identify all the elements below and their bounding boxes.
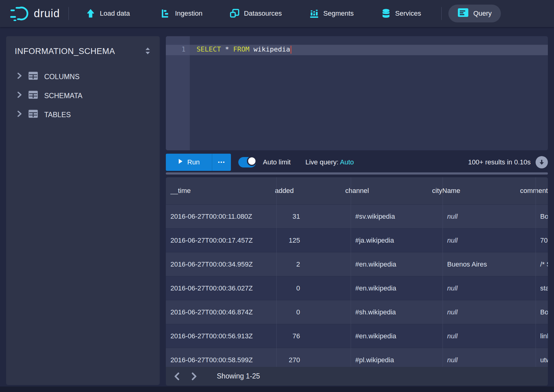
column-header-comment[interactable]: comment xyxy=(516,177,548,204)
query-icon xyxy=(458,8,469,19)
table-row[interactable]: 2016-06-27T00:00:34.959Z 2 #en.wikipedia… xyxy=(166,252,548,276)
cell-comment: Bot xyxy=(536,300,548,324)
download-button[interactable] xyxy=(536,156,548,168)
more-dots-icon: ••• xyxy=(218,159,225,165)
cell-comment: /* S xyxy=(536,252,548,276)
nav-items: Load data Ingestion xyxy=(69,0,430,27)
druid-logo-icon xyxy=(10,6,29,21)
upload-icon xyxy=(86,9,95,18)
column-header-time[interactable]: __time xyxy=(166,177,270,204)
schema-tree: COLUMNS SCHEMATA xyxy=(6,67,160,124)
nav-item-datasources[interactable]: Datasources xyxy=(221,0,291,27)
brand-name: druid xyxy=(34,7,60,20)
schema-sidebar: INFORMATION_SCHEMA xyxy=(6,36,160,385)
schema-title: INFORMATION_SCHEMA xyxy=(15,47,115,56)
cell-comment: Bot xyxy=(536,205,548,228)
sql-editor[interactable]: 1 SELECT * FROM wikipedia xyxy=(166,36,548,150)
cell-added: 0 xyxy=(276,276,351,300)
auto-limit-label: Auto limit xyxy=(263,158,291,166)
run-button[interactable]: Run xyxy=(166,154,212,171)
cell-channel: #en.wikipedia xyxy=(351,252,443,276)
cell-comment: 70. xyxy=(536,229,548,252)
next-page-button[interactable] xyxy=(185,369,203,384)
nav-item-label: Services xyxy=(395,10,421,17)
schema-selector[interactable]: INFORMATION_SCHEMA xyxy=(6,36,160,56)
run-more-button[interactable]: ••• xyxy=(212,154,231,171)
cell-channel: #en.wikipedia xyxy=(351,324,443,348)
cell-cityname: Buenos Aires xyxy=(443,252,536,276)
nav-item-services[interactable]: Services xyxy=(372,0,430,27)
ingestion-icon xyxy=(161,9,170,18)
nav-item-ingestion[interactable]: Ingestion xyxy=(152,0,212,27)
tree-item-tables[interactable]: TABLES xyxy=(6,105,160,124)
bottom-edge xyxy=(0,386,554,392)
cell-time: 2016-06-27T00:00:34.959Z xyxy=(166,252,276,276)
column-border[interactable] xyxy=(536,177,536,386)
column-header-cityname[interactable]: cityName xyxy=(427,177,516,204)
resize-handle[interactable] xyxy=(166,172,548,175)
tree-item-schemata[interactable]: SCHEMATA xyxy=(6,86,160,105)
tree-item-label: TABLES xyxy=(44,111,71,119)
double-caret-vertical-icon xyxy=(144,47,151,56)
column-header-channel[interactable]: channel xyxy=(341,177,427,204)
cell-added: 76 xyxy=(276,324,351,348)
column-border[interactable] xyxy=(351,177,351,386)
cell-time: 2016-06-27T00:00:56.913Z xyxy=(166,324,276,348)
live-query-value[interactable]: Auto xyxy=(340,158,354,166)
nav-item-label: Load data xyxy=(100,10,130,17)
table-row[interactable]: 2016-06-27T00:00:11.080Z 31 #sv.wikipedi… xyxy=(166,205,548,229)
chevron-right-icon[interactable] xyxy=(17,110,22,119)
druid-console: druid Load data xyxy=(0,0,554,392)
cell-time: 2016-06-27T00:00:36.027Z xyxy=(166,276,276,300)
table-icon xyxy=(28,110,38,120)
nav-item-segments[interactable]: Segments xyxy=(300,0,363,27)
cell-channel: #ja.wikipedia xyxy=(351,229,443,252)
text-cursor xyxy=(291,46,291,54)
tree-item-columns[interactable]: COLUMNS xyxy=(6,67,160,86)
cell-cityname: null xyxy=(443,229,536,252)
segments-icon xyxy=(310,9,319,18)
sql-table-name: wikipedia xyxy=(249,45,290,53)
cell-cityname: null xyxy=(443,300,536,324)
table-row[interactable]: 2016-06-27T00:00:56.913Z 76 #en.wikipedi… xyxy=(166,324,548,348)
chevron-left-icon xyxy=(174,372,180,380)
cell-added: 0 xyxy=(276,300,351,324)
sql-keyword-from: FROM xyxy=(233,45,249,53)
sql-text[interactable]: SELECT * FROM wikipedia xyxy=(197,45,291,54)
results-summary: 100+ results in 0.10s xyxy=(468,158,531,166)
nav-item-label: Segments xyxy=(323,10,354,17)
cell-cityname: null xyxy=(443,205,536,228)
live-query-label: Live query: xyxy=(305,158,338,166)
tree-item-label: COLUMNS xyxy=(44,73,80,81)
cell-cityname: null xyxy=(443,276,536,300)
druid-logo[interactable]: druid xyxy=(10,6,60,21)
download-icon xyxy=(538,159,545,166)
sql-star: * xyxy=(221,45,233,53)
chevron-right-icon[interactable] xyxy=(17,72,22,81)
cell-time: 2016-06-27T00:00:11.080Z xyxy=(166,205,276,228)
column-border[interactable] xyxy=(443,177,443,386)
cell-comment: sta xyxy=(536,276,548,300)
nav-divider-right xyxy=(441,7,442,20)
previous-page-button[interactable] xyxy=(168,369,185,384)
sql-keyword-select: SELECT xyxy=(197,45,221,53)
table-row[interactable]: 2016-06-27T00:00:36.027Z 0 #en.wikipedia… xyxy=(166,276,548,300)
nav-item-load-data[interactable]: Load data xyxy=(77,0,139,27)
cell-channel: #en.wikipedia xyxy=(351,276,443,300)
cell-time: 2016-06-27T00:00:46.874Z xyxy=(166,300,276,324)
cell-added: 2 xyxy=(276,252,351,276)
showing-label: Showing 1-25 xyxy=(217,372,260,380)
nav-item-query-active[interactable]: Query xyxy=(448,5,501,22)
line-number: 1 xyxy=(166,46,185,53)
table-row[interactable]: 2016-06-27T00:00:17.457Z 125 #ja.wikiped… xyxy=(166,229,548,252)
auto-limit-toggle[interactable] xyxy=(238,157,256,167)
table-row[interactable]: 2016-06-27T00:00:46.874Z 0 #sh.wikipedia… xyxy=(166,300,548,324)
chevron-right-icon[interactable] xyxy=(17,91,22,100)
cell-comment: link xyxy=(536,324,548,348)
tree-item-label: SCHEMATA xyxy=(44,92,82,100)
column-header-added[interactable]: added xyxy=(270,177,341,204)
toggle-knob xyxy=(247,156,257,166)
column-border[interactable] xyxy=(276,177,277,386)
chevron-right-icon xyxy=(191,372,197,380)
top-navbar: druid Load data xyxy=(0,0,554,27)
